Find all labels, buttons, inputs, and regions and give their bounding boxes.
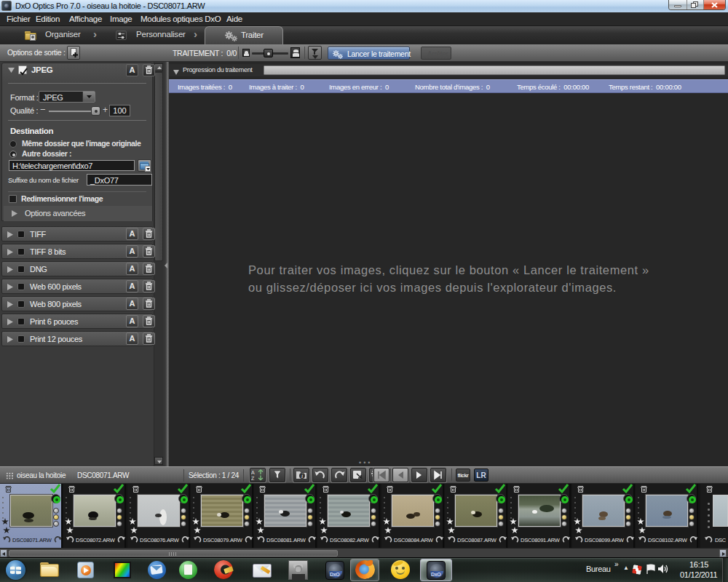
svg-text:A: A: [251, 470, 255, 475]
svg-text:Z: Z: [251, 476, 255, 481]
svg-text:i: i: [301, 473, 303, 479]
